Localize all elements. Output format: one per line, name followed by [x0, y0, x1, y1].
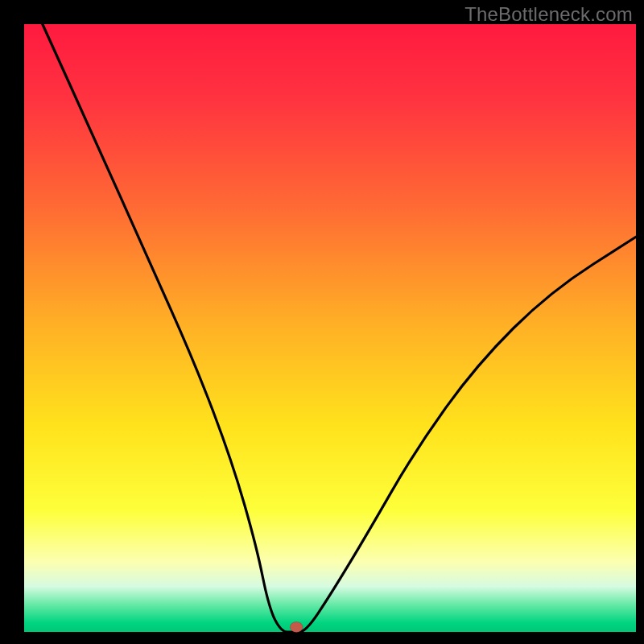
watermark-text: TheBottleneck.com [464, 3, 633, 26]
minimum-marker [290, 621, 303, 632]
bottleneck-chart [0, 0, 644, 644]
plot-background [24, 24, 636, 632]
chart-frame: TheBottleneck.com [0, 0, 644, 644]
